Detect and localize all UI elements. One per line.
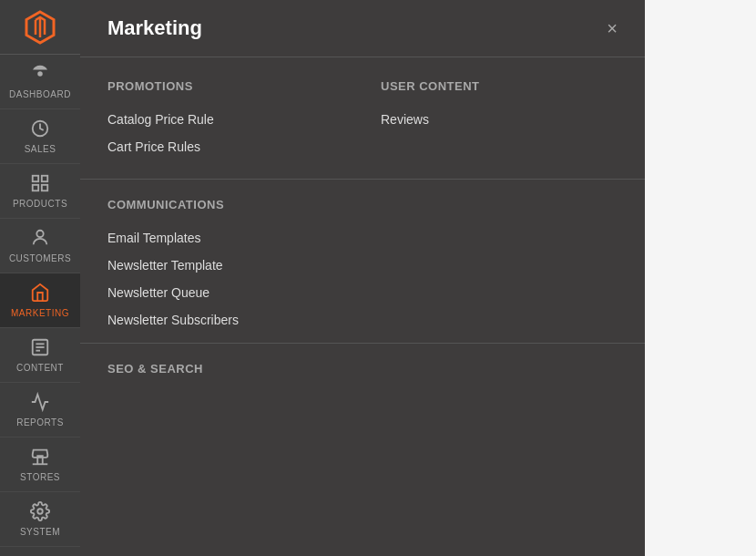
sidebar-item-content[interactable]: CONTENT xyxy=(0,328,80,383)
sidebar-item-dashboard[interactable]: DASHBOARD xyxy=(0,55,80,109)
flyout-close-button[interactable]: × xyxy=(607,19,618,37)
sidebar-item-label: PRODUCTS xyxy=(13,199,67,209)
main-area: o enable the chart, click here. Tax $0.0… xyxy=(80,0,756,556)
communications-section-title: Communications xyxy=(107,198,618,211)
flyout-link-reviews[interactable]: Reviews xyxy=(381,106,618,133)
svg-rect-4 xyxy=(33,185,38,190)
sidebar-item-label: DASHBOARD xyxy=(9,89,71,99)
seo-section-title: SEO & Search xyxy=(107,362,618,376)
stores-icon xyxy=(30,447,50,468)
sidebar-item-label: CONTENT xyxy=(16,363,64,373)
flyout-menu: Marketing × Promotions Catalog Price Rul… xyxy=(80,0,645,556)
reports-icon xyxy=(30,392,50,414)
flyout-col-user-content: User Content Reviews xyxy=(381,76,618,160)
sidebar-item-reports[interactable]: REPORTS xyxy=(0,383,80,438)
user-content-section-title: User Content xyxy=(381,79,618,93)
svg-rect-2 xyxy=(33,176,38,181)
sidebar-item-system[interactable]: SYSTEM xyxy=(0,492,80,547)
flyout-seo-section: SEO & Search xyxy=(80,343,645,397)
flyout-communications-section: Communications Email Templates Newslette… xyxy=(80,179,645,343)
content-icon xyxy=(30,337,50,359)
svg-rect-3 xyxy=(42,176,47,181)
sidebar-logo xyxy=(0,0,80,55)
flyout-col-promotions: Promotions Catalog Price Rule Cart Price… xyxy=(107,76,344,160)
svg-point-12 xyxy=(37,509,43,514)
flyout-link-newsletter-queue[interactable]: Newsletter Queue xyxy=(107,279,618,306)
flyout-link-catalog-price-rule[interactable]: Catalog Price Rule xyxy=(107,106,344,133)
flyout-body-top: Promotions Catalog Price Rule Cart Price… xyxy=(80,57,645,179)
flyout-link-email-templates[interactable]: Email Templates xyxy=(107,224,618,252)
dashboard-icon xyxy=(30,64,50,86)
sidebar-item-customers[interactable]: CUSTOMERS xyxy=(0,219,80,273)
marketing-icon xyxy=(30,283,50,304)
flyout-link-cart-price-rules[interactable]: Cart Price Rules xyxy=(107,133,344,160)
sidebar-item-label: MARKETING xyxy=(11,308,69,318)
flyout-title: Marketing xyxy=(107,16,202,40)
flyout-header: Marketing × xyxy=(80,0,645,57)
sidebar-item-label: SYSTEM xyxy=(20,527,60,537)
system-icon xyxy=(30,501,50,523)
flyout-link-newsletter-template[interactable]: Newsletter Template xyxy=(107,252,618,279)
sidebar: DASHBOARD SALES PRODUCTS CUSTOMERS MARKE… xyxy=(0,0,80,556)
sidebar-item-products[interactable]: PRODUCTS xyxy=(0,164,80,219)
products-icon xyxy=(30,173,50,195)
svg-rect-5 xyxy=(42,185,47,190)
sidebar-item-marketing[interactable]: MARKETING xyxy=(0,273,80,328)
flyout-link-newsletter-subscribers[interactable]: Newsletter Subscribers xyxy=(107,306,618,334)
svg-point-0 xyxy=(37,71,43,77)
sidebar-item-label: STORES xyxy=(20,472,60,482)
flyout-overlay: Marketing × Promotions Catalog Price Rul… xyxy=(80,0,756,556)
customers-icon xyxy=(30,228,50,250)
sales-icon xyxy=(30,118,50,140)
sidebar-item-stores[interactable]: STORES xyxy=(0,438,80,492)
promotions-section-title: Promotions xyxy=(107,79,344,93)
magento-logo-icon xyxy=(23,10,57,45)
sidebar-item-label: SALES xyxy=(25,144,56,154)
sidebar-item-sales[interactable]: SALES xyxy=(0,109,80,164)
sidebar-item-label: REPORTS xyxy=(16,417,64,427)
svg-point-6 xyxy=(36,231,43,237)
sidebar-item-label: CUSTOMERS xyxy=(9,253,71,263)
